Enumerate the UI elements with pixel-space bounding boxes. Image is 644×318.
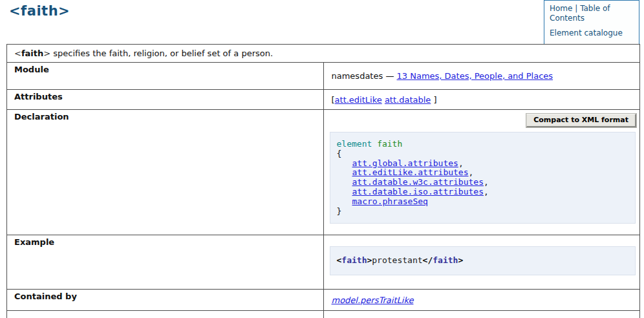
attributes-label: Attributes — [7, 90, 324, 110]
nav-link-element-catalogue[interactable]: Element catalogue — [550, 28, 623, 37]
nav-inline: Home | Table of Contents — [550, 4, 610, 23]
element-spec-table: <faith> specifies the faith, religion, o… — [6, 44, 640, 318]
contained-by-link-model-perstraitlike[interactable]: model.persTraitLike — [332, 295, 414, 305]
module-label: Module — [7, 63, 324, 90]
comma: , — [484, 187, 489, 196]
compact-to-xml-button[interactable]: Compact to XML format — [526, 114, 636, 127]
example-close-tag-name: faith — [433, 255, 458, 265]
module-name: namesdates — [332, 71, 383, 81]
declaration-line-element: element faith — [337, 140, 629, 149]
description-tag-name: faith — [21, 48, 43, 58]
description-row: <faith> specifies the faith, religion, o… — [7, 45, 640, 63]
clipped-next-row — [7, 311, 640, 318]
declaration-close-brace: } — [337, 207, 629, 217]
nav-separator: | — [575, 4, 577, 13]
declaration-member-line: att.global.attributes, — [337, 159, 629, 169]
declaration-link-att-datable-iso-attributes[interactable]: att.datable.iso.attributes — [352, 187, 484, 196]
declaration-member-line: att.editLike.attributes, — [337, 168, 629, 178]
example-code-block: <faith>protestant</faith> — [330, 246, 636, 275]
example-close-bracket: > — [458, 255, 463, 265]
declaration-code-block: element faith{att.global.attributes,att.… — [330, 132, 636, 224]
declaration-open-brace: { — [337, 149, 629, 159]
comma: , — [458, 158, 464, 168]
declaration-link-att-editlike-attributes[interactable]: att.editLike.attributes — [352, 167, 469, 177]
declaration-link-att-datable-w3c-attributes[interactable]: att.datable.w3c.attributes — [352, 177, 484, 187]
comma: , — [484, 177, 489, 187]
nav-catalogue-row: Element catalogue — [550, 28, 634, 38]
example-close-bracket-open: </ — [423, 255, 433, 265]
attributes-close-bracket: ] — [433, 95, 436, 105]
example-open-tag-name: faith — [341, 255, 367, 265]
page-header: <faith> Home | Table of Contents Element… — [0, 0, 644, 44]
attribute-link-att-datable[interactable]: att.datable — [385, 95, 431, 105]
declaration-toolbar: Compact to XML format — [324, 114, 637, 127]
declaration-keyword: element — [337, 139, 372, 149]
nav-box: Home | Table of Contents Element catalog… — [544, 0, 639, 45]
contained-by-label: Contained by — [7, 290, 324, 311]
example-text: protestant — [372, 255, 422, 265]
contained-by-content: model.persTraitLike — [323, 290, 640, 311]
attributes-content: [att.editLike att.datable ] — [323, 90, 640, 110]
example-row: Example <faith>protestant</faith> — [7, 235, 640, 290]
module-row: Module namesdates — 13 Names, Dates, Peo… — [7, 63, 640, 90]
declaration-link-macro-phraseseq[interactable]: macro.phraseSeq — [352, 196, 428, 206]
declaration-element-name: faith — [377, 139, 402, 149]
page-title: <faith> — [9, 3, 70, 19]
clipped-next-content — [323, 311, 640, 318]
example-label: Example — [7, 235, 324, 290]
declaration-label: Declaration — [7, 110, 324, 235]
description-tag-open: < — [14, 48, 21, 58]
declaration-member-line: macro.phraseSeq — [337, 197, 629, 207]
declaration-content: Compact to XML format element faith{att.… — [323, 110, 640, 235]
description-cell: <faith> specifies the faith, religion, o… — [7, 45, 640, 63]
attributes-row: Attributes [att.editLike att.datable ] — [7, 90, 640, 110]
module-content: namesdates — 13 Names, Dates, People, an… — [323, 63, 640, 90]
clipped-next-label — [7, 311, 324, 318]
nav-link-home[interactable]: Home — [550, 4, 572, 13]
example-content: <faith>protestant</faith> — [323, 235, 640, 290]
contained-by-row: Contained by model.persTraitLike — [7, 290, 640, 311]
attribute-link-att-editlike[interactable]: att.editLike — [335, 95, 382, 105]
declaration-member-line: att.datable.iso.attributes, — [337, 187, 629, 197]
module-dash: — — [385, 71, 394, 81]
description-text: specifies the faith, religion, or belief… — [53, 48, 273, 58]
description-tag-close: > — [43, 48, 50, 58]
declaration-row: Declaration Compact to XML format elemen… — [7, 110, 640, 235]
declaration-member-line: att.datable.w3c.attributes, — [337, 178, 629, 187]
declaration-link-att-global-attributes[interactable]: att.global.attributes — [352, 158, 458, 168]
module-chapter-link[interactable]: 13 Names, Dates, People, and Places — [397, 71, 553, 81]
comma: , — [469, 167, 474, 177]
